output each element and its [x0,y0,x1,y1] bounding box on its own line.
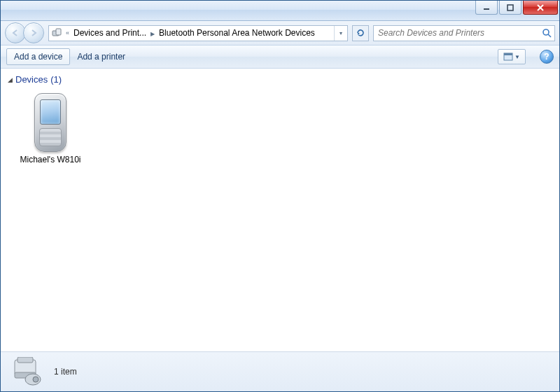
help-button[interactable]: ? [540,50,554,64]
forward-arrow-icon [29,29,38,37]
window-controls [475,1,558,15]
phone-icon [34,93,66,152]
collapse-triangle-icon[interactable]: ◢ [8,76,13,83]
search-input[interactable] [377,25,542,41]
help-icon: ? [544,52,549,62]
svg-point-4 [543,29,549,35]
breadcrumb-chevrons[interactable]: « [64,26,71,41]
svg-point-12 [33,377,38,382]
details-pane-icon [10,357,44,386]
device-item[interactable]: Michael's W810i [8,89,93,169]
command-toolbar: Add a device Add a printer ▼ ? [1,46,559,69]
explorer-window: « Devices and Print... Bluetooth Persona… [0,0,560,392]
title-bar [1,1,559,21]
items-grid: Michael's W810i [8,89,552,169]
maximize-icon [507,4,514,11]
nav-buttons [5,22,44,43]
devices-printers-icon [51,27,62,38]
breadcrumb-separator-icon[interactable] [149,29,156,37]
view-options-button[interactable]: ▼ [498,49,526,64]
add-device-label: Add a device [14,52,62,62]
svg-rect-3 [56,29,61,35]
search-icon [542,28,552,38]
details-pane-text: 1 item [54,367,77,377]
refresh-button[interactable] [352,25,369,41]
add-device-button[interactable]: Add a device [6,48,70,65]
chevron-down-icon: ▼ [514,54,520,60]
view-icon [503,52,513,61]
printer-camera-icon [10,357,44,386]
svg-rect-7 [504,53,512,55]
breadcrumb[interactable]: « Devices and Print... Bluetooth Persona… [48,25,348,41]
group-header-devices[interactable]: ◢ Devices (1) [8,74,552,85]
device-label: Michael's W810i [20,155,81,164]
svg-rect-9 [18,357,33,363]
svg-rect-1 [507,5,513,10]
maximize-button[interactable] [499,1,522,15]
forward-button[interactable] [23,22,44,43]
breadcrumb-dropdown[interactable]: ▾ [334,26,347,41]
details-pane: 1 item [1,351,559,391]
search-box[interactable] [373,25,555,41]
group-title: Devices [15,74,48,85]
close-icon [536,4,545,11]
refresh-icon [356,28,365,38]
add-printer-label: Add a printer [77,52,125,62]
breadcrumb-segment-2[interactable]: Bluetooth Personal Area Network Devices [156,26,318,41]
address-bar-row: « Devices and Print... Bluetooth Persona… [1,21,559,46]
add-printer-button[interactable]: Add a printer [77,52,125,62]
svg-line-5 [548,34,551,37]
content-pane[interactable]: ◢ Devices (1) Michael's W810i [1,69,559,351]
svg-rect-0 [484,8,489,10]
minimize-button[interactable] [475,1,498,15]
group-count: (1) [50,74,62,85]
breadcrumb-segment-1[interactable]: Devices and Print... [71,26,149,41]
back-arrow-icon [11,29,20,37]
location-icon [49,27,64,38]
minimize-icon [483,4,490,11]
close-button[interactable] [523,1,558,15]
